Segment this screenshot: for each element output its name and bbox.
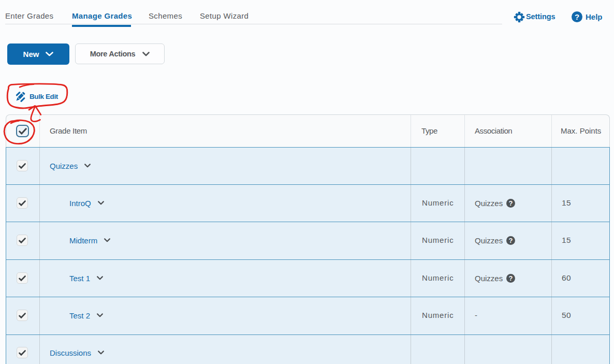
svg-text:?: ? — [509, 237, 513, 244]
svg-text:?: ? — [575, 12, 579, 21]
svg-text:?: ? — [509, 199, 513, 207]
svg-text:?: ? — [509, 274, 513, 282]
